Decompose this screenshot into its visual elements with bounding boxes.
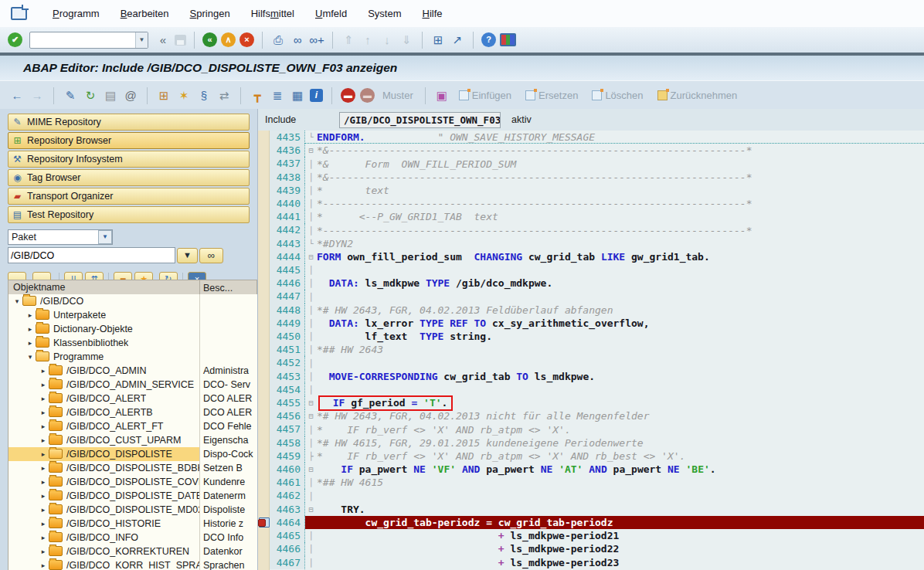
monitor-icon[interactable] — [500, 33, 516, 46]
code-line[interactable]: 4439│* text — [270, 184, 924, 197]
panel-test-repository[interactable]: ▤Test Repository — [8, 206, 250, 223]
einfuegen-button[interactable]: Einfügen — [459, 90, 511, 101]
fold-marker[interactable]: ⊟ — [305, 412, 317, 420]
code-line[interactable]: 4455⊟ IF gf_period = 'T'. — [270, 396, 924, 409]
loeschen-button[interactable]: Löschen — [592, 90, 643, 101]
column-header-beschreibung[interactable]: Besc... — [200, 283, 256, 293]
tree-row[interactable]: ▸/GIB/DCO_DISPOLISTE_MD02Dispoliste — [8, 503, 257, 517]
find-icon[interactable]: ∞ — [290, 32, 305, 48]
previous-page-icon[interactable]: ↑ — [360, 32, 375, 48]
tree-row[interactable]: ▸/GIB/DCO_HISTORIEHistorie z — [8, 517, 257, 531]
fold-marker[interactable]: ⊟ — [305, 505, 317, 514]
ersetzen-button[interactable]: Ersetzen — [525, 90, 578, 101]
tree-row[interactable]: ▸/GIB/DCO_DISPOLISTEDispo-Cock — [8, 447, 257, 461]
next-page-icon[interactable]: ↓ — [379, 32, 395, 48]
code-line[interactable]: 4442│*----------------------------------… — [270, 223, 924, 236]
expander-icon[interactable]: ▸ — [38, 422, 49, 430]
expander-icon[interactable]: ▸ — [38, 548, 49, 555]
code-line[interactable]: 4451│*## HW 2643 — [270, 343, 924, 356]
tree-row[interactable]: ▸Dictionary-Objekte — [8, 322, 257, 336]
panel-mime-repository[interactable]: ✎MIME Repository — [8, 114, 250, 131]
expander-icon[interactable]: ▸ — [38, 395, 49, 402]
session-breakpoint-icon[interactable]: ▬ — [360, 88, 375, 103]
back-icon[interactable]: « — [202, 32, 217, 47]
fold-marker[interactable]: ⊟ — [305, 399, 317, 407]
muster-button[interactable]: Muster — [382, 90, 413, 101]
expander-icon[interactable]: ▸ — [38, 478, 49, 486]
copy-icon[interactable]: ▤ — [103, 88, 118, 103]
code-line[interactable]: 4467│ + ls_mdkpwe-period23 — [270, 556, 924, 569]
menu-hilfe[interactable]: Hilfe — [423, 8, 443, 19]
menu-system[interactable]: System — [368, 8, 401, 19]
first-page-icon[interactable]: ⇑ — [341, 32, 356, 48]
code-line[interactable]: 4457│* IF rb_verf <> 'X' AND rb_atpm <> … — [270, 422, 924, 436]
enhancement-icon[interactable]: § — [196, 88, 212, 103]
dropdown-icon[interactable]: ▼ — [135, 32, 148, 48]
expander-icon[interactable]: ▸ — [25, 311, 36, 319]
info-icon[interactable]: i — [310, 89, 323, 102]
tree-row[interactable]: ▸/GIB/DCO_ALERT_FTDCO Fehle — [8, 419, 257, 433]
panel-tag-browser[interactable]: ◉Tag Browser — [8, 169, 250, 186]
code-line[interactable]: 4448│*# HW 2643, FGR, 04.02.2013 Feldübe… — [270, 304, 924, 317]
set-breakpoint-icon[interactable]: ▬ — [341, 88, 355, 103]
code-line[interactable]: 4438│*&---------------------------------… — [270, 171, 924, 184]
command-field[interactable]: ▼ — [29, 32, 148, 49]
tree-row[interactable]: ▸Unterpakete — [8, 308, 257, 322]
forward-arrow-icon[interactable]: → — [29, 88, 45, 103]
screen-menu-icon[interactable] — [11, 7, 27, 20]
enter-icon[interactable]: ✔ — [8, 32, 22, 47]
cancel-icon[interactable]: × — [239, 32, 254, 47]
code-line[interactable]: 4464 cw_grid_tab-periodz = cw_grid_tab-p… — [270, 516, 924, 529]
tree-row[interactable]: ▸/GIB/DCO_ADMINAdministra — [8, 364, 257, 378]
code-line[interactable]: 4441│* <--P_GW_GRID1_TAB text — [270, 210, 924, 223]
expander-icon[interactable]: ▸ — [38, 464, 49, 472]
menu-bearbeiten[interactable]: Bearbeiten — [121, 8, 169, 19]
code-line[interactable]: 4444⊟FORM own_fill_period_sum CHANGING c… — [270, 250, 924, 263]
expander-icon[interactable]: ▸ — [38, 381, 49, 388]
expander-icon[interactable]: ▸ — [38, 562, 49, 569]
column-header-objektname[interactable]: Objektname — [8, 280, 200, 295]
tree-row[interactable]: ▸Klassenbibliothek — [8, 336, 257, 350]
code-line[interactable]: 4459├* IF rb_verf <> 'X' AND rb_atpm <> … — [270, 450, 924, 463]
shortcut-icon[interactable]: ↗ — [450, 32, 465, 48]
hierarchy-icon[interactable]: ┳ — [250, 88, 265, 103]
code-line[interactable]: 4456⊟*# HW 2643, FGR, 04.02.2013 nicht f… — [270, 409, 924, 422]
tree-row[interactable]: ▸/GIB/DCO_INFODCO Info — [8, 531, 257, 545]
code-line[interactable]: 4463⊟ TRY. — [270, 503, 924, 516]
tree-row[interactable]: ▸/GIB/DCO_KORREKTURENDatenkor — [8, 545, 257, 558]
menu-hilfsmittel[interactable]: Hilfsmittel — [251, 8, 294, 19]
expander-icon[interactable]: ▸ — [38, 520, 49, 528]
code-line[interactable]: 4460⊟ IF pa_pwert NE 'VF' AND pa_pwert N… — [270, 463, 924, 476]
fold-marker[interactable]: ⊟ — [305, 253, 317, 261]
object-dropdown-button[interactable]: ▼ — [177, 248, 198, 263]
fold-marker[interactable]: ⊟ — [305, 146, 317, 154]
code-line[interactable]: 4453│ MOVE-CORRESPONDING cw_grid_tab TO … — [270, 370, 924, 383]
object-input[interactable] — [8, 247, 175, 263]
code-line[interactable]: 4435└ENDFORM. " OWN_SAVE_HISTORY_MESSAGE — [270, 131, 924, 144]
last-page-icon[interactable]: ⇓ — [399, 32, 414, 48]
dropdown-icon[interactable]: ▼ — [98, 230, 112, 244]
expander-icon[interactable]: ▸ — [38, 367, 49, 375]
print-icon[interactable]: ⎙ — [270, 32, 286, 48]
back-arrow-icon[interactable]: ← — [9, 88, 25, 103]
save-icon[interactable] — [175, 35, 186, 46]
expander-icon[interactable]: ▸ — [38, 409, 49, 416]
expander-icon[interactable]: ▸ — [38, 436, 49, 444]
code-line[interactable]: 4454│ — [270, 383, 924, 396]
code-line[interactable]: 4436⊟*&---------------------------------… — [270, 144, 924, 157]
panel-transport-organizer[interactable]: ▰Transport Organizer — [8, 188, 250, 205]
menu-umfeld[interactable]: Umfeld — [315, 8, 347, 19]
expander-icon[interactable]: ▸ — [38, 506, 49, 514]
tree-row[interactable]: ▸/GIB/DCO_DISPOLISTE_COVERKundenre — [8, 475, 257, 489]
code-line[interactable]: 4440│*----------------------------------… — [270, 197, 924, 210]
tree-row[interactable]: ▸/GIB/DCO_ADMIN_SERVICEDCO- Serv — [8, 378, 257, 392]
code-line[interactable]: 4461│*## HW 4615 — [270, 476, 924, 489]
expander-icon[interactable]: ▾ — [12, 297, 22, 305]
include-value-field[interactable]: /GIB/DCO_DISPOLISTE_OWN_F03 — [339, 112, 501, 128]
menu-springen[interactable]: Springen — [190, 8, 230, 19]
zuruecknehmen-button[interactable]: Zurücknehmen — [657, 90, 738, 101]
refresh-icon[interactable]: ↻ — [83, 88, 98, 103]
exit-icon[interactable]: ∧ — [221, 32, 236, 47]
expander-icon[interactable]: ▸ — [25, 339, 36, 347]
code-line[interactable]: 4446│ DATA: ls_mdkpwe TYPE /gib/dco_mdkp… — [270, 277, 924, 290]
